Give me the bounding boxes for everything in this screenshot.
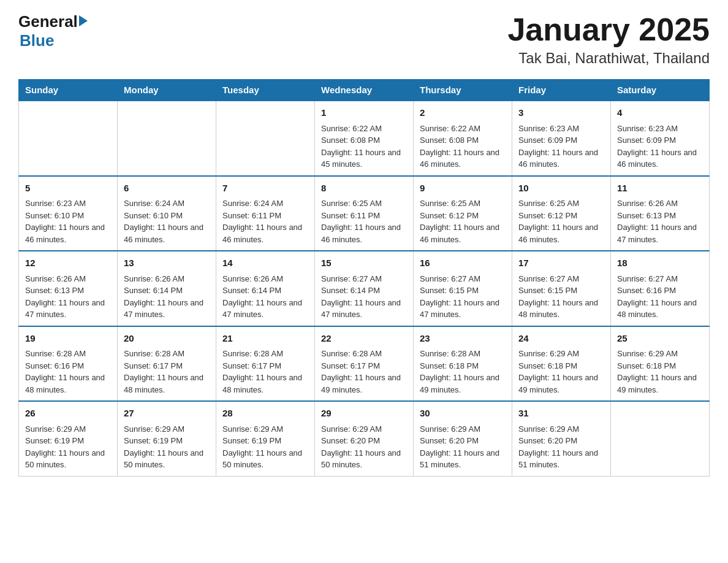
calendar-cell [611, 401, 710, 476]
day-number: 27 [124, 407, 210, 421]
calendar-cell: 12Sunrise: 6:26 AMSunset: 6:13 PMDayligh… [19, 251, 118, 326]
day-info: Sunrise: 6:27 AMSunset: 6:16 PMDaylight:… [617, 273, 703, 321]
logo-arrow-icon [79, 15, 88, 26]
calendar-cell: 17Sunrise: 6:27 AMSunset: 6:15 PMDayligh… [512, 251, 611, 326]
day-number: 16 [420, 256, 506, 270]
calendar-table: SundayMondayTuesdayWednesdayThursdayFrid… [18, 79, 710, 477]
day-number: 12 [25, 256, 111, 270]
day-number: 3 [518, 106, 604, 120]
calendar-cell: 3Sunrise: 6:23 AMSunset: 6:09 PMDaylight… [512, 101, 611, 176]
title-block: January 2025 Tak Bai, Narathiwat, Thaila… [507, 12, 710, 67]
day-number: 11 [617, 182, 703, 196]
day-info: Sunrise: 6:23 AMSunset: 6:09 PMDaylight:… [617, 123, 703, 170]
day-number: 19 [25, 332, 111, 346]
day-info: Sunrise: 6:29 AMSunset: 6:18 PMDaylight:… [617, 348, 703, 396]
day-number: 6 [124, 182, 210, 196]
calendar-cell [19, 101, 118, 176]
day-info: Sunrise: 6:25 AMSunset: 6:12 PMDaylight:… [420, 197, 506, 245]
day-info: Sunrise: 6:29 AMSunset: 6:20 PMDaylight:… [420, 423, 506, 471]
day-info: Sunrise: 6:23 AMSunset: 6:10 PMDaylight:… [25, 197, 111, 245]
day-info: Sunrise: 6:28 AMSunset: 6:16 PMDaylight:… [25, 348, 111, 396]
calendar-week-row: 26Sunrise: 6:29 AMSunset: 6:19 PMDayligh… [19, 401, 710, 476]
calendar-cell: 11Sunrise: 6:26 AMSunset: 6:13 PMDayligh… [611, 176, 710, 251]
calendar-cell: 7Sunrise: 6:24 AMSunset: 6:11 PMDaylight… [216, 176, 315, 251]
calendar-cell: 2Sunrise: 6:22 AMSunset: 6:08 PMDaylight… [414, 101, 512, 176]
calendar-cell: 31Sunrise: 6:29 AMSunset: 6:20 PMDayligh… [512, 401, 611, 476]
calendar-cell: 16Sunrise: 6:27 AMSunset: 6:15 PMDayligh… [414, 251, 512, 326]
day-number: 7 [222, 182, 308, 196]
calendar-week-row: 5Sunrise: 6:23 AMSunset: 6:10 PMDaylight… [19, 176, 710, 251]
day-number: 29 [321, 407, 407, 421]
calendar-cell: 24Sunrise: 6:29 AMSunset: 6:18 PMDayligh… [512, 326, 611, 402]
day-info: Sunrise: 6:29 AMSunset: 6:20 PMDaylight:… [321, 423, 407, 471]
day-info: Sunrise: 6:24 AMSunset: 6:11 PMDaylight:… [222, 197, 308, 245]
day-number: 22 [321, 332, 407, 346]
day-number: 26 [25, 407, 111, 421]
calendar-cell: 15Sunrise: 6:27 AMSunset: 6:14 PMDayligh… [315, 251, 414, 326]
day-number: 10 [518, 182, 604, 196]
calendar-cell: 30Sunrise: 6:29 AMSunset: 6:20 PMDayligh… [414, 401, 512, 476]
calendar-cell: 23Sunrise: 6:28 AMSunset: 6:18 PMDayligh… [414, 326, 512, 402]
day-info: Sunrise: 6:26 AMSunset: 6:13 PMDaylight:… [25, 273, 111, 321]
day-number: 20 [124, 332, 210, 346]
day-number: 14 [222, 256, 308, 270]
day-number: 30 [420, 407, 506, 421]
calendar-cell: 22Sunrise: 6:28 AMSunset: 6:17 PMDayligh… [315, 326, 414, 402]
day-number: 31 [518, 407, 604, 421]
day-info: Sunrise: 6:28 AMSunset: 6:17 PMDaylight:… [124, 348, 210, 396]
day-number: 18 [617, 256, 703, 270]
day-info: Sunrise: 6:26 AMSunset: 6:14 PMDaylight:… [222, 273, 308, 321]
calendar-cell: 27Sunrise: 6:29 AMSunset: 6:19 PMDayligh… [118, 401, 216, 476]
calendar-cell: 25Sunrise: 6:29 AMSunset: 6:18 PMDayligh… [611, 326, 710, 402]
day-info: Sunrise: 6:28 AMSunset: 6:17 PMDaylight:… [321, 348, 407, 396]
day-number: 24 [518, 332, 604, 346]
day-number: 9 [420, 182, 506, 196]
day-info: Sunrise: 6:22 AMSunset: 6:08 PMDaylight:… [321, 123, 407, 170]
logo-general-text: General [18, 12, 78, 31]
day-info: Sunrise: 6:29 AMSunset: 6:19 PMDaylight:… [124, 423, 210, 471]
day-number: 2 [420, 106, 506, 120]
day-number: 13 [124, 256, 210, 270]
day-info: Sunrise: 6:27 AMSunset: 6:15 PMDaylight:… [518, 273, 604, 321]
calendar-cell: 5Sunrise: 6:23 AMSunset: 6:10 PMDaylight… [19, 176, 118, 251]
calendar-cell: 21Sunrise: 6:28 AMSunset: 6:17 PMDayligh… [216, 326, 315, 402]
day-info: Sunrise: 6:27 AMSunset: 6:15 PMDaylight:… [420, 273, 506, 321]
calendar-cell: 10Sunrise: 6:25 AMSunset: 6:12 PMDayligh… [512, 176, 611, 251]
calendar-cell [118, 101, 216, 176]
calendar-cell [216, 101, 315, 176]
calendar-week-row: 19Sunrise: 6:28 AMSunset: 6:16 PMDayligh… [19, 326, 710, 402]
calendar-cell: 28Sunrise: 6:29 AMSunset: 6:19 PMDayligh… [216, 401, 315, 476]
day-info: Sunrise: 6:28 AMSunset: 6:17 PMDaylight:… [222, 348, 308, 396]
calendar-cell: 4Sunrise: 6:23 AMSunset: 6:09 PMDaylight… [611, 101, 710, 176]
calendar-subtitle: Tak Bai, Narathiwat, Thailand [507, 50, 710, 67]
calendar-day-header: Tuesday [216, 80, 315, 101]
day-info: Sunrise: 6:25 AMSunset: 6:12 PMDaylight:… [518, 197, 604, 245]
day-number: 15 [321, 256, 407, 270]
day-number: 8 [321, 182, 407, 196]
day-number: 1 [321, 106, 407, 120]
day-info: Sunrise: 6:29 AMSunset: 6:19 PMDaylight:… [222, 423, 308, 471]
calendar-day-header: Thursday [414, 80, 512, 101]
calendar-cell: 9Sunrise: 6:25 AMSunset: 6:12 PMDaylight… [414, 176, 512, 251]
day-info: Sunrise: 6:29 AMSunset: 6:20 PMDaylight:… [518, 423, 604, 471]
day-info: Sunrise: 6:27 AMSunset: 6:14 PMDaylight:… [321, 273, 407, 321]
day-number: 28 [222, 407, 308, 421]
calendar-day-header: Friday [512, 80, 611, 101]
calendar-day-header: Wednesday [315, 80, 414, 101]
day-info: Sunrise: 6:22 AMSunset: 6:08 PMDaylight:… [420, 123, 506, 170]
calendar-cell: 13Sunrise: 6:26 AMSunset: 6:14 PMDayligh… [118, 251, 216, 326]
day-number: 23 [420, 332, 506, 346]
day-info: Sunrise: 6:23 AMSunset: 6:09 PMDaylight:… [518, 123, 604, 170]
page-header: General Blue January 2025 Tak Bai, Narat… [18, 12, 710, 67]
calendar-week-row: 12Sunrise: 6:26 AMSunset: 6:13 PMDayligh… [19, 251, 710, 326]
calendar-header-row: SundayMondayTuesdayWednesdayThursdayFrid… [19, 80, 710, 101]
calendar-day-header: Saturday [611, 80, 710, 101]
calendar-cell: 26Sunrise: 6:29 AMSunset: 6:19 PMDayligh… [19, 401, 118, 476]
calendar-day-header: Sunday [19, 80, 118, 101]
calendar-cell: 6Sunrise: 6:24 AMSunset: 6:10 PMDaylight… [118, 176, 216, 251]
calendar-week-row: 1Sunrise: 6:22 AMSunset: 6:08 PMDaylight… [19, 101, 710, 176]
day-info: Sunrise: 6:25 AMSunset: 6:11 PMDaylight:… [321, 197, 407, 245]
logo: General Blue [18, 12, 88, 50]
calendar-day-header: Monday [118, 80, 216, 101]
day-info: Sunrise: 6:29 AMSunset: 6:18 PMDaylight:… [518, 348, 604, 396]
